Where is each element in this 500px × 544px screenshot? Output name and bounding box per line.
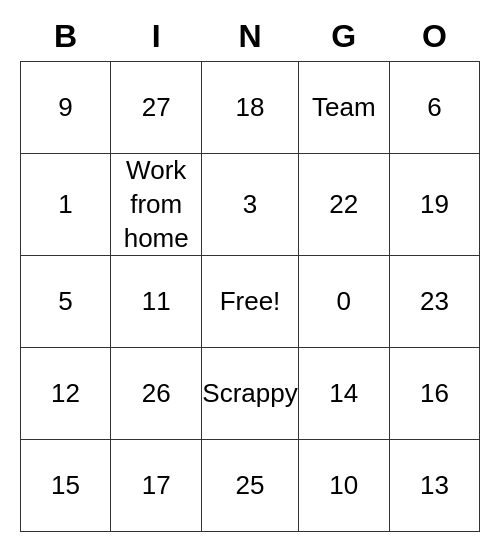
bingo-cell-4-4: 13 bbox=[389, 440, 479, 532]
bingo-header-n: N bbox=[202, 12, 298, 62]
bingo-row-4: 1517251013 bbox=[21, 440, 480, 532]
bingo-cell-0-2: 18 bbox=[202, 62, 298, 154]
bingo-cell-1-0: 1 bbox=[21, 154, 111, 256]
bingo-cell-4-1: 17 bbox=[111, 440, 202, 532]
bingo-cell-4-3: 10 bbox=[298, 440, 389, 532]
bingo-cell-3-0: 12 bbox=[21, 348, 111, 440]
bingo-header-row: BINGO bbox=[21, 12, 480, 62]
bingo-cell-1-4: 19 bbox=[389, 154, 479, 256]
bingo-cell-0-3: Team bbox=[298, 62, 389, 154]
bingo-row-1: 1Workfromhome32219 bbox=[21, 154, 480, 256]
bingo-cell-3-1: 26 bbox=[111, 348, 202, 440]
bingo-cell-1-3: 22 bbox=[298, 154, 389, 256]
bingo-card: BINGO 92718Team61Workfromhome32219511Fre… bbox=[20, 12, 480, 533]
bingo-cell-1-1: Workfromhome bbox=[111, 154, 202, 256]
bingo-cell-1-2: 3 bbox=[202, 154, 298, 256]
bingo-row-2: 511Free!023 bbox=[21, 256, 480, 348]
bingo-cell-2-1: 11 bbox=[111, 256, 202, 348]
bingo-cell-4-2: 25 bbox=[202, 440, 298, 532]
bingo-cell-3-4: 16 bbox=[389, 348, 479, 440]
bingo-cell-2-0: 5 bbox=[21, 256, 111, 348]
bingo-cell-0-4: 6 bbox=[389, 62, 479, 154]
bingo-row-3: 1226Scrappy1416 bbox=[21, 348, 480, 440]
bingo-header-i: I bbox=[111, 12, 202, 62]
bingo-cell-4-0: 15 bbox=[21, 440, 111, 532]
bingo-header-o: O bbox=[389, 12, 479, 62]
bingo-cell-3-2: Scrappy bbox=[202, 348, 298, 440]
bingo-cell-0-1: 27 bbox=[111, 62, 202, 154]
bingo-header-g: G bbox=[298, 12, 389, 62]
bingo-cell-0-0: 9 bbox=[21, 62, 111, 154]
bingo-cell-2-3: 0 bbox=[298, 256, 389, 348]
bingo-row-0: 92718Team6 bbox=[21, 62, 480, 154]
bingo-cell-2-2: Free! bbox=[202, 256, 298, 348]
bingo-header-b: B bbox=[21, 12, 111, 62]
bingo-cell-3-3: 14 bbox=[298, 348, 389, 440]
bingo-cell-2-4: 23 bbox=[389, 256, 479, 348]
